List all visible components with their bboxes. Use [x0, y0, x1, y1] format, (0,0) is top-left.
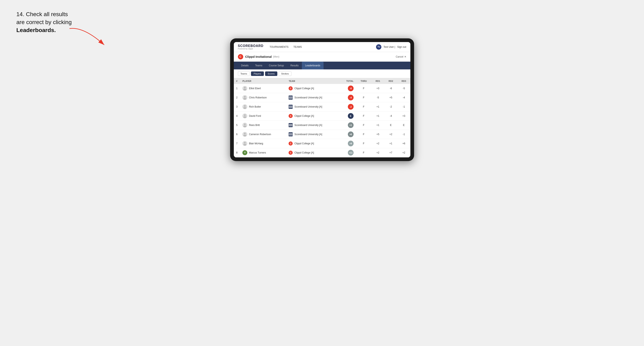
cell-rd3: +3: [397, 111, 410, 120]
cell-player: Elliot Ebert: [240, 84, 286, 93]
cell-rd1: +2: [371, 139, 384, 148]
cell-rd2: +5: [384, 93, 397, 102]
tab-course-setup[interactable]: Course Setup: [266, 62, 287, 69]
cell-thru: F: [356, 93, 371, 102]
team-name: Scoreboard University [A]: [294, 133, 322, 136]
cell-rd1: -5: [371, 93, 384, 102]
close-icon: ✕: [404, 55, 406, 58]
team-name: Clippd College [A]: [294, 87, 314, 90]
filter-bar: Teams Players Scores Strokes: [234, 69, 410, 78]
svg-point-4: [244, 98, 246, 100]
score-badge: -2: [348, 104, 354, 110]
cell-rd3: +6: [397, 139, 410, 148]
app-header: SCOREBOARD Powered by clippd TOURNAMENTS…: [234, 42, 410, 52]
cell-team: CClippd College [A]: [286, 148, 339, 157]
filter-scores[interactable]: Scores: [265, 71, 277, 76]
cell-rd2: -4: [384, 111, 397, 120]
cell-rd2: +1: [384, 139, 397, 148]
tab-results[interactable]: Results: [287, 62, 302, 69]
sign-out-link[interactable]: Sign out: [397, 45, 406, 48]
tournament-type: (Men): [273, 55, 280, 58]
tournament-icon: C: [238, 54, 243, 59]
table-row: 3Rich ButlerScoreboard University [A]-2F…: [234, 102, 410, 111]
svg-point-9: [244, 124, 246, 125]
table-row: 5Rees BrittScoreboard University [A]+1F+…: [234, 120, 410, 130]
cell-thru: F: [356, 130, 371, 139]
tab-leaderboards[interactable]: Leaderboards: [302, 62, 324, 69]
player-avatar: [242, 114, 247, 118]
cell-rd1: +2: [371, 148, 384, 157]
col-rd2: RD2: [384, 78, 397, 84]
cell-rd3: +2: [397, 148, 410, 157]
cell-rank: 6: [234, 130, 240, 139]
player-name: Elliot Ebert: [249, 87, 261, 90]
table-row: 1Elliot EbertCClippd College [A]-8F+3-6-…: [234, 84, 410, 93]
nav-tournaments[interactable]: TOURNAMENTS: [270, 45, 288, 49]
cell-team: CClippd College [A]: [286, 84, 339, 93]
tab-details[interactable]: Details: [238, 62, 252, 69]
cell-rd2: -6: [384, 84, 397, 93]
cell-total: -8: [339, 84, 356, 93]
instruction-line2: are correct by clicking: [16, 19, 72, 25]
cell-player: Rich Butler: [240, 102, 286, 111]
cell-rd1: +1: [371, 120, 384, 130]
filter-strokes[interactable]: Strokes: [278, 71, 292, 76]
cell-player: Rees Britt: [240, 120, 286, 130]
tab-teams[interactable]: Teams: [252, 62, 266, 69]
cell-rank: 2: [234, 93, 240, 102]
cell-thru: F: [356, 139, 371, 148]
tournament-name: Clippd Invitational: [245, 55, 272, 58]
table-body: 1Elliot EbertCClippd College [A]-8F+3-6-…: [234, 84, 410, 157]
col-rd3: RD3: [397, 78, 410, 84]
cell-team: Scoreboard University [A]: [286, 120, 339, 130]
user-name: Test User |: [384, 45, 395, 48]
team-name: Clippd College [A]: [294, 142, 314, 145]
cell-total: +6: [339, 130, 356, 139]
cell-rank: 5: [234, 120, 240, 130]
player-name: Cameron Robertson: [249, 133, 271, 136]
team-icon: C: [288, 86, 293, 90]
cell-thru: F: [356, 111, 371, 120]
filter-teams[interactable]: Teams: [238, 71, 250, 76]
cell-team: CClippd College [A]: [286, 139, 339, 148]
cell-rank: 1: [234, 84, 240, 93]
cell-total: -4: [339, 93, 356, 102]
logo-sub: Powered by clippd: [238, 48, 264, 50]
cell-rd2: -2: [384, 102, 397, 111]
leaderboard-table: # PLAYER TEAM TOTAL THRU RD1 RD2 RD3 1El…: [234, 78, 410, 157]
col-thru: THRU: [356, 78, 371, 84]
cell-total: +9: [339, 139, 356, 148]
cell-rd1: +1: [371, 102, 384, 111]
table-row: 2Chris RobertsonScoreboard University [A…: [234, 93, 410, 102]
team-icon: [288, 132, 293, 136]
team-icon: [288, 96, 293, 100]
player-avatar: [242, 141, 247, 146]
svg-point-6: [244, 107, 246, 109]
cell-rd2: +2: [384, 130, 397, 139]
team-icon: [288, 123, 293, 127]
user-avatar: TU: [376, 44, 381, 50]
svg-point-3: [244, 96, 246, 98]
table-header: # PLAYER TEAM TOTAL THRU RD1 RD2 RD3: [234, 78, 410, 84]
score-badge: +1: [348, 122, 354, 128]
cell-thru: F: [356, 84, 371, 93]
player-name: Chris Robertson: [249, 96, 267, 99]
cell-rd1: +3: [371, 84, 384, 93]
score-badge: E: [348, 113, 354, 119]
user-area: TU Test User | Sign out: [376, 44, 406, 50]
cell-rd2: +7: [384, 148, 397, 157]
cancel-button[interactable]: Cancel ✕: [396, 55, 406, 58]
team-icon: [288, 105, 293, 109]
cell-rank: 7: [234, 139, 240, 148]
nav-links: TOURNAMENTS TEAMS: [270, 45, 376, 49]
team-icon: C: [288, 151, 293, 155]
cell-player: Blair McHarg: [240, 139, 286, 148]
filter-players[interactable]: Players: [251, 71, 264, 76]
player-avatar: [242, 104, 247, 109]
nav-teams[interactable]: TEAMS: [294, 45, 302, 49]
team-name: Scoreboard University [A]: [294, 96, 322, 99]
player-avatar: [242, 95, 247, 100]
col-player: PLAYER: [240, 78, 286, 84]
player-name: David Ford: [249, 115, 261, 117]
cell-player: Cameron Robertson: [240, 130, 286, 139]
